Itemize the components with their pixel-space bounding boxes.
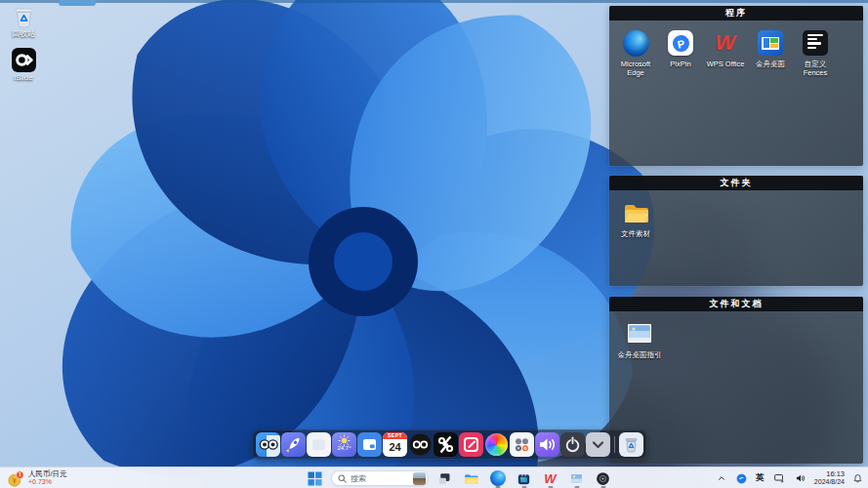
- wps-button[interactable]: W: [540, 469, 560, 488]
- screenshot-note-icon: [459, 432, 483, 457]
- speaker-icon: [535, 432, 559, 457]
- chevron-up-icon: [716, 472, 727, 484]
- color-wheel-icon: [485, 433, 508, 456]
- wps-icon: W: [716, 32, 736, 54]
- running-indicator: [521, 486, 526, 488]
- dock-rocket-launcher[interactable]: [281, 432, 306, 457]
- clock[interactable]: 16:13 2024/8/24: [814, 470, 845, 485]
- search-box[interactable]: 搜索: [331, 470, 429, 486]
- record-disc-icon: [595, 470, 611, 487]
- mascot-goggles-icon: [256, 432, 280, 457]
- dock-assistant-mascot[interactable]: [256, 432, 280, 457]
- dock-weather[interactable]: 24.7°: [332, 432, 356, 457]
- power-icon: [560, 432, 585, 457]
- fence-item-folder-material[interactable]: 文件素材: [615, 198, 656, 238]
- desktop-icon-column: 回收站 iSlide: [2, 3, 45, 83]
- calendar-day: 24: [389, 439, 400, 455]
- widget-change-value: +0.73%: [28, 478, 67, 485]
- fence-item-wps[interactable]: W WPS Office: [705, 28, 746, 68]
- fence-item-label: 文件素材: [621, 229, 650, 238]
- photos-app-button[interactable]: [566, 469, 587, 488]
- chevron-down-icon: [586, 432, 610, 457]
- volume-tray[interactable]: [793, 470, 808, 486]
- desktop-icon-label: iSlide: [14, 74, 33, 83]
- search-placeholder: 搜索: [351, 473, 409, 484]
- islide-shortcut[interactable]: iSlide: [2, 47, 45, 83]
- currency-widget-icon: 1: [8, 470, 24, 487]
- control-pad-icon: [510, 432, 534, 457]
- notification-bell[interactable]: [850, 471, 865, 486]
- fences-icon: [803, 30, 828, 56]
- tray-overflow-button[interactable]: [715, 471, 728, 485]
- bell-icon: [851, 472, 864, 485]
- dock-collapse[interactable]: [586, 432, 610, 457]
- desktop-icon-label: 回收站: [12, 30, 35, 39]
- taskbar-center: 搜索: [305, 468, 613, 488]
- fence-programs-body: Microsoft Edge P PixPin W WPS Office 金舟桌…: [609, 20, 863, 85]
- widgets-button[interactable]: 1 人民币/日元 +0.73%: [4, 468, 71, 488]
- dock-video-pip[interactable]: [357, 432, 382, 457]
- dock: 24.7° SEPT 24: [252, 429, 647, 460]
- edge-icon: [490, 470, 506, 486]
- fence-item-fences[interactable]: 自定义 Fences: [795, 28, 836, 77]
- fence-documents-title[interactable]: 文件和文档: [609, 297, 863, 311]
- fence-item-label: Microsoft Edge: [615, 60, 656, 77]
- fence-item-label: 金舟桌面: [756, 60, 785, 68]
- fence-programs-title[interactable]: 程序: [609, 6, 863, 20]
- wallpaper-top-strip: [0, 0, 868, 3]
- dock-volume[interactable]: [535, 432, 559, 457]
- trash-recycle-icon: [619, 432, 643, 457]
- wallpaper-top-tab: [59, 0, 96, 6]
- dock-flash-percent[interactable]: [434, 432, 458, 457]
- fence-item-label: WPS Office: [707, 60, 745, 68]
- recycle-bin-shortcut[interactable]: 回收站: [2, 3, 45, 39]
- calendar-month: SEPT: [383, 432, 407, 439]
- task-view-icon: [436, 470, 453, 487]
- desktop: 回收站 iSlide 程序 Microsoft Edge P PixPin W: [0, 0, 868, 488]
- photo-thumbnail-icon: [568, 470, 585, 487]
- fence-item-label: 金舟桌面指引: [618, 350, 662, 359]
- svg-text:1: 1: [19, 471, 21, 477]
- dock-power[interactable]: [560, 432, 585, 457]
- time-label: 16:13: [826, 470, 845, 478]
- speaker-icon: [794, 471, 807, 485]
- fence-item-label: 自定义 Fences: [795, 60, 836, 77]
- widget-pair-label: 人民币/日元: [28, 470, 67, 478]
- store-bag-button[interactable]: [514, 469, 534, 488]
- dock-separator: [614, 436, 615, 453]
- taskbar: 1 人民币/日元 +0.73%: [0, 467, 868, 488]
- record-disc-button[interactable]: [593, 469, 613, 488]
- running-indicator: [548, 486, 553, 488]
- task-view-button[interactable]: [434, 469, 455, 488]
- input-language-indicator[interactable]: 英: [755, 471, 765, 485]
- goggles-icon: [408, 432, 433, 457]
- running-indicator: [574, 486, 579, 488]
- dock-calendar[interactable]: SEPT 24: [383, 432, 407, 457]
- dock-color-wheel[interactable]: [484, 432, 509, 457]
- rocket-icon: [281, 432, 306, 457]
- fence-item-jinzhou-desktop[interactable]: 金舟桌面: [750, 28, 791, 68]
- file-explorer-button[interactable]: [461, 469, 481, 488]
- dock-whiteboard[interactable]: [307, 432, 331, 457]
- fence-item-desktop-guide[interactable]: 金舟桌面指引: [615, 319, 664, 359]
- dock-trash[interactable]: [619, 432, 643, 457]
- flash-percent-icon: [434, 432, 458, 457]
- search-daily-image[interactable]: [413, 472, 426, 485]
- fence-item-label: PixPin: [670, 60, 690, 68]
- fence-item-pixpin[interactable]: P PixPin: [660, 28, 701, 68]
- cast-display-tray[interactable]: [771, 470, 787, 486]
- edge-button[interactable]: [487, 469, 508, 488]
- dock-screenshot-note[interactable]: [459, 432, 483, 457]
- dock-goggles[interactable]: [408, 432, 433, 457]
- fence-item-edge[interactable]: Microsoft Edge: [615, 28, 656, 77]
- start-button[interactable]: [305, 469, 325, 488]
- pixpin-icon: P: [668, 30, 693, 56]
- fence-folders-title[interactable]: 文件夹: [609, 176, 863, 190]
- running-indicator: [600, 486, 605, 488]
- dock-control-pad[interactable]: [510, 432, 534, 457]
- tray-cloud-app[interactable]: [734, 471, 749, 486]
- edge-icon: [623, 30, 649, 57]
- blue-app-tray-icon: [735, 472, 748, 485]
- fence-documents: 文件和文档 金舟桌面指引: [609, 297, 863, 464]
- system-tray: 英 16:13 2024/8/24: [715, 468, 865, 488]
